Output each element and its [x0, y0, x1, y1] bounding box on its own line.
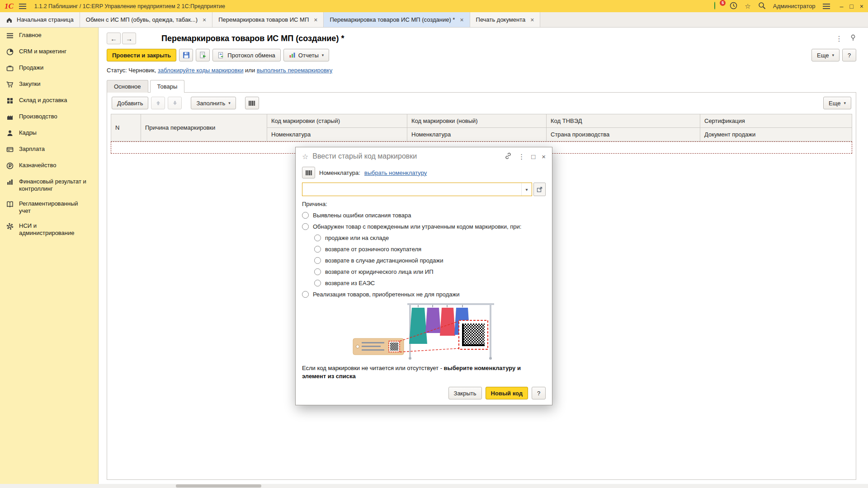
radio-option-sale-or-warehouse[interactable]: продаже или на складе — [314, 235, 546, 241]
back-button[interactable]: ← — [107, 33, 121, 44]
choose-nomenclature-link[interactable]: выбрать номенклатуру — [364, 169, 427, 176]
radio-label: Выявлены ошибки описания товара — [313, 212, 411, 219]
perform-remarking-link[interactable]: выполнить перемаркировку — [257, 67, 332, 74]
tab-close-icon[interactable]: × — [530, 16, 534, 23]
exchange-protocol-button[interactable]: Протокол обмена — [212, 49, 281, 61]
radio-option-description-errors[interactable]: Выявлены ошибки описания товара — [302, 212, 546, 219]
barcode-scan-button[interactable] — [245, 97, 259, 109]
horizontal-scrollbar[interactable] — [0, 484, 868, 488]
service-menu-icon[interactable] — [823, 4, 830, 9]
main-menu-icon[interactable] — [19, 4, 26, 9]
move-row-up-button[interactable] — [151, 97, 165, 109]
ruble-circle-icon — [6, 162, 14, 170]
radio-label: продаже или на складе — [325, 235, 389, 241]
goods-more-button[interactable]: Еще ▾ — [823, 97, 851, 109]
col-header-new-code: Код маркировки (новый) — [407, 114, 547, 128]
history-icon[interactable] — [730, 2, 737, 11]
tab-remarking-list[interactable]: Перемаркировка товаров ИС МП × — [212, 12, 324, 27]
combo-dropdown-icon[interactable]: ▾ — [521, 183, 532, 196]
tab-exchange-ismp[interactable]: Обмен с ИС МП (обувь, одежда, табак...) … — [80, 12, 212, 27]
maximize-button[interactable]: □ — [849, 3, 853, 9]
dialog-barcode-scan-button[interactable] — [302, 167, 315, 178]
reports-button[interactable]: Отчеты ▾ — [283, 49, 329, 61]
tab-close-icon[interactable]: × — [314, 16, 317, 23]
dialog-close-button[interactable]: Закрыть — [448, 387, 482, 399]
lock-codes-link[interactable]: заблокируйте коды маркировки — [158, 67, 243, 74]
tab-remarking-create[interactable]: Перемаркировка товаров ИС МП (создание) … — [324, 12, 470, 27]
ledger-book-icon — [6, 200, 14, 208]
favorite-star-icon[interactable]: ☆ — [302, 152, 308, 161]
sidebar-item-regulated-accounting[interactable]: Регламентированный учет — [0, 196, 98, 218]
open-list-button[interactable] — [533, 183, 546, 196]
current-user-label[interactable]: Администратор — [773, 3, 816, 9]
fill-button[interactable]: Заполнить ▾ — [191, 97, 236, 109]
save-button[interactable] — [179, 49, 193, 61]
post-and-close-button[interactable]: Провести и закрыть — [107, 49, 176, 61]
dialog-close-icon[interactable]: × — [542, 153, 546, 160]
radio-option-legal-entity-return[interactable]: возврате от юридического лица или ИП — [314, 268, 546, 275]
form-more-kebab-icon[interactable]: ⋮ — [835, 34, 843, 43]
radio-option-retail-return[interactable]: возврате от розничного покупателя — [314, 246, 546, 253]
sidebar-item-crm[interactable]: CRM и маркетинг — [0, 44, 98, 60]
datamatrix-zoom-box — [459, 320, 488, 349]
tab-label: Перемаркировка товаров ИС МП (создание) … — [330, 16, 455, 23]
radio-option-eaeu-return[interactable]: возврате из ЕАЭС — [314, 280, 546, 286]
minimize-button[interactable]: – — [840, 3, 844, 9]
forward-button[interactable]: → — [122, 33, 136, 44]
marking-code-combo: ▾ — [302, 183, 532, 196]
dialog-more-kebab-icon[interactable]: ⋮ — [518, 153, 525, 160]
tab-label: Обмен с ИС МП (обувь, одежда, табак...) — [86, 16, 198, 23]
radio-icon — [314, 268, 321, 275]
tab-print-document[interactable]: Печать документа × — [470, 12, 541, 27]
tag-datamatrix-icon — [390, 343, 398, 351]
tab-home[interactable]: Начальная страница — [0, 12, 80, 27]
sidebar-item-purchases[interactable]: Закупки — [0, 76, 98, 93]
home-icon — [6, 17, 13, 23]
marking-code-input[interactable] — [302, 183, 521, 196]
pin-icon[interactable] — [850, 34, 856, 42]
move-row-down-button[interactable] — [168, 97, 182, 109]
tab-label: Перемаркировка товаров ИС МП — [218, 16, 309, 23]
sidebar-item-finance[interactable]: Финансовый результат и контроллинг — [0, 174, 98, 196]
dialog-maximize-icon[interactable]: □ — [531, 153, 535, 160]
sidebar-item-warehouse[interactable]: Склад и доставка — [0, 93, 98, 109]
add-row-button[interactable]: Добавить — [112, 97, 148, 109]
radio-label: возврате в случае дистанционной продажи — [325, 257, 443, 264]
tab-label: Печать документа — [476, 16, 526, 23]
goods-table: N Причина перемаркировки Код маркировки … — [111, 114, 852, 141]
radio-label: Обнаружен товар с поврежденным или утрач… — [313, 223, 521, 230]
radio-label: Реализация товаров, приобретенных не для… — [313, 291, 460, 298]
search-icon[interactable] — [758, 2, 766, 11]
dialog-help-button[interactable]: ? — [532, 387, 546, 399]
dialog-hint: Если код маркировки не читается или отсу… — [302, 364, 546, 380]
sidebar-item-payroll[interactable]: Зарплата — [0, 141, 98, 158]
notifications-icon[interactable]: 5 — [714, 2, 722, 10]
factory-icon — [6, 113, 14, 121]
close-window-button[interactable]: × — [860, 3, 863, 9]
sidebar-item-treasury[interactable]: Казначейство — [0, 158, 98, 174]
post-document-button[interactable] — [196, 49, 210, 61]
tab-close-icon[interactable]: × — [203, 16, 206, 23]
radio-option-distance-sale-return[interactable]: возврате в случае дистанционной продажи — [314, 257, 546, 264]
sidebar-item-production[interactable]: Производство — [0, 109, 98, 125]
tab-close-icon[interactable]: × — [460, 16, 463, 23]
favorites-star-icon[interactable]: ☆ — [745, 3, 750, 9]
scrollbar-thumb[interactable] — [176, 484, 261, 488]
pie-clock-icon — [6, 48, 14, 56]
sidebar-item-sales[interactable]: Продажи — [0, 60, 98, 76]
enter-old-marking-code-dialog: ☆ Ввести старый код маркировки ⋮ □ × Ном… — [295, 147, 552, 405]
radio-icon — [314, 235, 321, 241]
sidebar-item-admin[interactable]: НСИ и администрирование — [0, 218, 98, 240]
post-document-icon — [199, 52, 207, 59]
sidebar-item-main[interactable]: Главное — [0, 28, 98, 44]
sidebar-item-hr[interactable]: Кадры — [0, 125, 98, 141]
col-header-nomenclature-new: Номенклатура — [407, 128, 547, 141]
more-button[interactable]: Еще ▾ — [811, 49, 840, 61]
new-code-button[interactable]: Новый код — [486, 387, 528, 399]
link-icon[interactable] — [505, 152, 512, 160]
tab-main-section[interactable]: Основное — [107, 80, 148, 93]
radio-option-not-for-sale[interactable]: Реализация товаров, приобретенных не для… — [302, 291, 546, 298]
help-button[interactable]: ? — [842, 49, 856, 61]
radio-option-damaged-code[interactable]: Обнаружен товар с поврежденным или утрач… — [302, 223, 546, 230]
tab-goods-section[interactable]: Товары — [150, 80, 185, 93]
